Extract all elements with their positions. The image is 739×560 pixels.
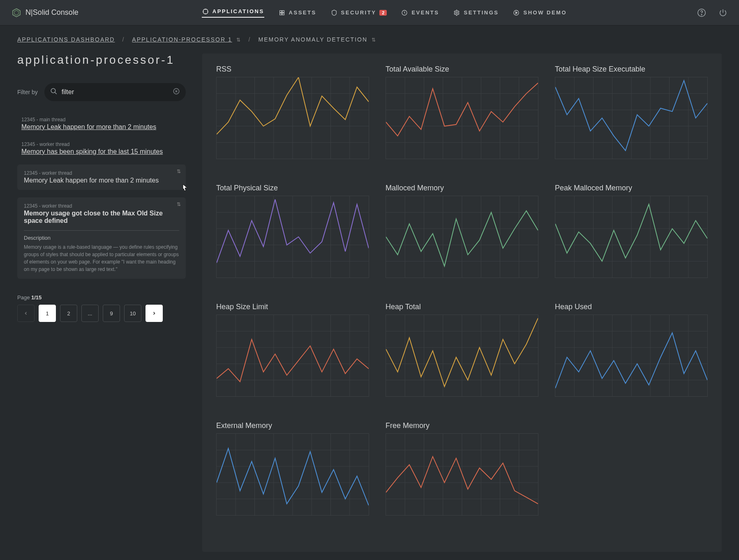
chart-cell: Malloced Memory bbox=[386, 184, 538, 278]
svg-rect-5 bbox=[279, 13, 282, 15]
assets-icon bbox=[278, 9, 286, 16]
chart-box[interactable] bbox=[386, 196, 538, 278]
card-sort-icon[interactable]: ⇅ bbox=[177, 201, 181, 207]
svg-marker-10 bbox=[516, 12, 517, 14]
anomaly-item[interactable]: 12345 - worker thread Memory has been sp… bbox=[17, 140, 186, 157]
breadcrumb-view-sort-icon[interactable]: ⇅ bbox=[372, 37, 376, 43]
page-next-button[interactable] bbox=[145, 305, 163, 322]
breadcrumb-app[interactable]: APPLICATION-PROCESSOR 1 bbox=[132, 36, 232, 43]
anomaly-title: Memory usage got close to the Max Old Si… bbox=[24, 210, 179, 224]
breadcrumb: APPLICATIONS DASHBOARD / APPLICATION-PRO… bbox=[0, 25, 739, 53]
nav-applications[interactable]: APPLICATIONS bbox=[202, 8, 264, 18]
chart-cell: Heap Size Limit bbox=[216, 303, 369, 397]
chart-cell: Total Available Size bbox=[386, 65, 538, 159]
brand-label: N|Solid Console bbox=[25, 8, 79, 17]
anomaly-card-hover[interactable]: ⇅ 12345 - worker thread Memory Leak happ… bbox=[17, 164, 186, 190]
chart-cell: Peak Malloced Memory bbox=[555, 184, 708, 278]
pagination-wrap: Page 1/15 1 2 ... 9 10 bbox=[17, 294, 186, 322]
svg-rect-6 bbox=[282, 13, 284, 15]
search-icon bbox=[50, 88, 58, 97]
page-prev-button[interactable] bbox=[17, 305, 35, 322]
page-9-button[interactable]: 9 bbox=[103, 305, 120, 322]
anomaly-title[interactable]: Memory Leak happen for more than 2 minut… bbox=[21, 123, 182, 131]
nav-assets-label: ASSETS bbox=[289, 9, 316, 16]
anomaly-title[interactable]: Memory has been spiking for the last 15 … bbox=[21, 148, 182, 155]
page-2-button[interactable]: 2 bbox=[60, 305, 77, 322]
chart-box[interactable] bbox=[555, 77, 708, 159]
nav-assets[interactable]: ASSETS bbox=[278, 9, 316, 16]
anomaly-meta: 12345 - main thread bbox=[21, 117, 182, 123]
anomaly-title: Memory Leak happen for more than 2 minut… bbox=[24, 177, 179, 184]
main-nav: APPLICATIONS ASSETS SECURITY 2 EVENTS bbox=[202, 8, 567, 18]
svg-marker-0 bbox=[13, 9, 20, 17]
power-icon[interactable] bbox=[718, 8, 727, 17]
page-title: application-processor-1 bbox=[17, 53, 186, 67]
pagination: 1 2 ... 9 10 bbox=[17, 305, 186, 322]
anomaly-meta: 12345 - worker thread bbox=[24, 203, 179, 209]
filter-row: Filter by bbox=[17, 83, 186, 101]
chart-cell: Total Physical Size bbox=[216, 184, 369, 278]
nav-settings-label: SETTINGS bbox=[464, 9, 499, 16]
shield-icon bbox=[330, 9, 338, 16]
page-10-button[interactable]: 10 bbox=[124, 305, 141, 322]
chart-title: Peak Malloced Memory bbox=[555, 184, 708, 192]
chart-box[interactable] bbox=[386, 433, 538, 516]
chart-box[interactable] bbox=[555, 196, 708, 278]
chart-cell: Heap Used bbox=[555, 303, 708, 397]
nav-events[interactable]: EVENTS bbox=[401, 9, 439, 16]
chart-title: Total Physical Size bbox=[216, 184, 369, 192]
nav-settings[interactable]: SETTINGS bbox=[453, 9, 499, 16]
clear-filter-icon[interactable] bbox=[173, 88, 180, 97]
chart-title: External Memory bbox=[216, 421, 369, 430]
description-label: Description bbox=[24, 235, 179, 241]
chart-title: Malloced Memory bbox=[386, 184, 538, 192]
nav-security[interactable]: SECURITY 2 bbox=[330, 9, 387, 16]
brand-hexagon-icon bbox=[12, 8, 21, 18]
anomaly-card-expanded[interactable]: ⇅ 12345 - worker thread Memory usage got… bbox=[17, 197, 186, 279]
page-indicator: Page 1/15 bbox=[17, 294, 186, 301]
chart-grid: RSSTotal Available SizeTotal Heap Size E… bbox=[216, 65, 708, 516]
topbar-right bbox=[697, 8, 727, 17]
chart-title: Heap Used bbox=[555, 303, 708, 311]
svg-point-8 bbox=[456, 12, 457, 14]
chart-title: RSS bbox=[216, 65, 369, 74]
page-1-button[interactable]: 1 bbox=[39, 305, 56, 322]
svg-point-12 bbox=[701, 14, 702, 14]
play-icon bbox=[513, 9, 520, 16]
applications-icon bbox=[202, 8, 209, 15]
help-icon[interactable] bbox=[697, 8, 706, 17]
svg-line-14 bbox=[55, 92, 57, 94]
security-badge: 2 bbox=[379, 10, 387, 16]
chart-box[interactable] bbox=[216, 315, 369, 397]
page-ellipsis-button[interactable]: ... bbox=[81, 305, 99, 322]
filter-input[interactable] bbox=[62, 88, 173, 96]
card-divider bbox=[24, 230, 179, 231]
brand: N|Solid Console bbox=[12, 8, 79, 18]
filter-input-wrap bbox=[44, 83, 186, 101]
nav-security-label: SECURITY bbox=[341, 9, 376, 16]
chart-cell: Free Memory bbox=[386, 421, 538, 516]
charts-panel: RSSTotal Available SizeTotal Heap Size E… bbox=[202, 53, 722, 552]
breadcrumb-sep: / bbox=[249, 36, 251, 43]
nav-events-label: EVENTS bbox=[411, 9, 439, 16]
nav-show-demo[interactable]: SHOW DEMO bbox=[513, 9, 567, 16]
breadcrumb-root[interactable]: APPLICATIONS DASHBOARD bbox=[17, 36, 115, 43]
gear-icon bbox=[453, 9, 460, 16]
chart-box[interactable] bbox=[386, 77, 538, 159]
anomaly-item[interactable]: 12345 - main thread Memory Leak happen f… bbox=[17, 115, 186, 132]
card-sort-icon[interactable]: ⇅ bbox=[177, 169, 181, 174]
sidebar: application-processor-1 Filter by 12345 … bbox=[17, 53, 186, 552]
chart-title: Heap Size Limit bbox=[216, 303, 369, 311]
chart-box[interactable] bbox=[386, 315, 538, 397]
anomaly-meta: 12345 - worker thread bbox=[24, 170, 179, 176]
nav-show-demo-label: SHOW DEMO bbox=[523, 9, 567, 16]
chart-box[interactable] bbox=[216, 196, 369, 278]
chart-box[interactable] bbox=[555, 315, 708, 397]
svg-rect-3 bbox=[279, 10, 282, 12]
nav-applications-label: APPLICATIONS bbox=[212, 8, 264, 14]
chart-box[interactable] bbox=[216, 77, 369, 159]
chart-cell: External Memory bbox=[216, 421, 369, 516]
chart-box[interactable] bbox=[216, 433, 369, 516]
breadcrumb-app-sort-icon[interactable]: ⇅ bbox=[236, 37, 241, 43]
chart-title: Total Heap Size Executable bbox=[555, 65, 708, 74]
